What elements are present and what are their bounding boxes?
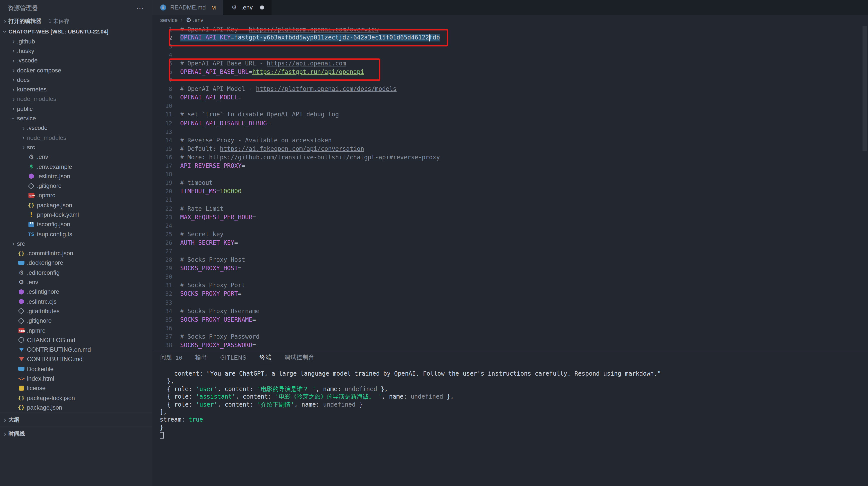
tree-file-package-lock.json[interactable]: package-lock.json <box>0 393 152 403</box>
line-number: 9 <box>152 94 172 101</box>
section-timeline[interactable]: 时间线 <box>0 426 152 440</box>
project-name: CHATGPT-WEB [WSL: UBUNTU-22.04] <box>8 28 108 34</box>
tree-folder-kubernetes[interactable]: kubernetes <box>0 85 152 94</box>
more-actions-icon[interactable] <box>136 3 144 12</box>
tree-file-package.json[interactable]: package.json <box>0 200 152 210</box>
line-number: 23 <box>152 213 172 221</box>
tab-readme[interactable]: README.mdM <box>152 0 223 15</box>
tree-file-.npmrc[interactable]: .npmrc <box>0 191 152 201</box>
tree-file-CONTRIBUTING.md[interactable]: CONTRIBUTING.md <box>0 355 152 364</box>
tree-file-CONTRIBUTING.en.md[interactable]: CONTRIBUTING.en.md <box>0 345 152 355</box>
tree-file-.eslintrc.json[interactable]: .eslintrc.json <box>0 171 152 181</box>
tree-folder-docker-compose[interactable]: docker-compose <box>0 65 152 75</box>
line-number: 10 <box>152 103 172 110</box>
panel-tab-output[interactable]: 输出 <box>195 350 207 365</box>
line-number: 6 <box>152 68 172 76</box>
sidebar-bottom-sections: 大纲时间线 <box>0 412 152 440</box>
panel-tab-terminal[interactable]: 终端 <box>259 350 272 365</box>
tree-file-pnpm-lock.yaml[interactable]: pnpm-lock.yaml <box>0 210 152 220</box>
tree-folder-.vscode[interactable]: .vscode <box>0 123 152 133</box>
tree-folder-service[interactable]: service <box>0 114 152 123</box>
tree-file-tsup.config.ts[interactable]: tsup.config.ts <box>0 229 152 239</box>
tree-file-.gitignore[interactable]: .gitignore <box>0 181 152 191</box>
editor-lines: 1# OpenAI API Key - https://platform.ope… <box>152 25 868 349</box>
editor-scrollbar[interactable] <box>863 26 867 151</box>
tree-item-label: pnpm-lock.yaml <box>37 211 79 218</box>
breadcrumb-folder[interactable]: service <box>160 17 178 23</box>
tree-file-.gitattributes[interactable]: .gitattributes <box>0 307 152 316</box>
tree-file-.env[interactable]: .env <box>0 152 152 162</box>
chevron-right-icon <box>10 105 17 112</box>
tree-folder-src[interactable]: src <box>0 143 152 152</box>
line-number: 21 <box>152 197 172 204</box>
code-line: 23MAX_REQUEST_PER_HOUR= <box>152 213 868 221</box>
tree-folder-.github[interactable]: .github <box>0 36 152 46</box>
terminal-line <box>160 432 868 439</box>
json-icon <box>18 404 25 411</box>
code-line: 20TIMEOUT_MS=100000 <box>152 187 868 196</box>
tree-file-.env.example[interactable]: .env.example <box>0 162 152 172</box>
tab-env[interactable]: .env <box>223 0 272 15</box>
tree-folder-.husky[interactable]: .husky <box>0 46 152 56</box>
section-outline[interactable]: 大纲 <box>0 412 152 426</box>
tree-file-.env[interactable]: .env <box>0 278 152 287</box>
project-section-header[interactable]: CHATGPT-WEB [WSL: UBUNTU-22.04] <box>0 26 152 36</box>
tree-folder-docs[interactable]: docs <box>0 75 152 85</box>
gear-icon <box>27 153 35 160</box>
tree-item-label: .gitattributes <box>27 308 60 315</box>
chevron-right-icon <box>10 57 17 64</box>
tab-label: .env <box>241 4 253 11</box>
tree-file-index.html[interactable]: index.html <box>0 374 152 383</box>
chevron-right-icon <box>10 66 17 74</box>
tree-folder-src[interactable]: src <box>0 239 152 249</box>
code-line: 22# Rate Limit <box>152 204 868 213</box>
tree-folder-public[interactable]: public <box>0 104 152 114</box>
line-number: 29 <box>152 265 172 272</box>
tree-folder-node_modules[interactable]: node_modules <box>0 133 152 143</box>
tree-file-CHANGELOG.md[interactable]: CHANGELOG.md <box>0 335 152 345</box>
code-line: 19# timeout <box>152 178 868 187</box>
tree-item-label: node_modules <box>17 96 56 103</box>
tree-file-package.json[interactable]: package.json <box>0 403 152 412</box>
line-number: 32 <box>152 290 172 297</box>
chevron-right-icon <box>10 76 17 84</box>
tree-file-.npmrc[interactable]: .npmrc <box>0 326 152 335</box>
tree-file-.gitignore[interactable]: .gitignore <box>0 316 152 326</box>
chevron-down-icon <box>1 28 8 35</box>
tree-item-label: .dockerignore <box>27 259 63 266</box>
panel-tab-gitlens[interactable]: GITLENS <box>220 350 247 365</box>
code-line: 34# Socks Proxy Username <box>152 307 868 315</box>
code-line: 26AUTH_SECRET_KEY= <box>152 238 868 247</box>
tree-file-tsconfig.json[interactable]: tsconfig.json <box>0 220 152 229</box>
chevron-right-icon <box>10 240 17 248</box>
tree-file-.eslintrc.cjs[interactable]: .eslintrc.cjs <box>0 297 152 307</box>
chevron-right-icon <box>1 416 8 423</box>
tree-folder-.vscode[interactable]: .vscode <box>0 56 152 65</box>
tree-item-label: tsup.config.ts <box>37 230 72 237</box>
tree-folder-node_modules[interactable]: node_modules <box>0 94 152 104</box>
tree-file-.dockerignore[interactable]: .dockerignore <box>0 258 152 268</box>
code-editor[interactable]: 1# OpenAI API Key - https://platform.ope… <box>152 25 868 350</box>
tree-file-.commitlintrc.json[interactable]: .commitlintrc.json <box>0 249 152 258</box>
tree-file-Dockerfile[interactable]: Dockerfile <box>0 364 152 374</box>
tree-file-.editorconfig[interactable]: .editorconfig <box>0 268 152 278</box>
bottom-panel: 问题16输出GITLENS终端调试控制台 content: "You are C… <box>152 350 868 486</box>
panel-tab-label: GITLENS <box>220 354 247 361</box>
terminal-line: content: "You are ChatGPT, a large langu… <box>160 370 868 378</box>
panel-tab-problems[interactable]: 问题16 <box>160 350 182 365</box>
open-editors-section[interactable]: 打开的编辑器 1 未保存 <box>0 16 152 26</box>
code-line: 33 <box>152 298 868 307</box>
code-line: 3 <box>152 42 868 51</box>
line-number: 22 <box>152 205 172 212</box>
breadcrumb-file[interactable]: .env <box>193 17 204 23</box>
git-icon <box>18 317 25 324</box>
section-label: 时间线 <box>8 430 25 437</box>
breadcrumb[interactable]: service .env <box>152 15 868 25</box>
chevron-right-icon <box>10 47 17 55</box>
tree-file-.eslintignore[interactable]: .eslintignore <box>0 287 152 297</box>
panel-tab-debug-console[interactable]: 调试控制台 <box>284 350 314 365</box>
tree-file-license[interactable]: license <box>0 383 152 393</box>
terminal-output[interactable]: content: "You are ChatGPT, a large langu… <box>152 365 868 486</box>
json-icon <box>18 394 25 401</box>
code-line: 32SOCKS_PROXY_PORT= <box>152 290 868 298</box>
